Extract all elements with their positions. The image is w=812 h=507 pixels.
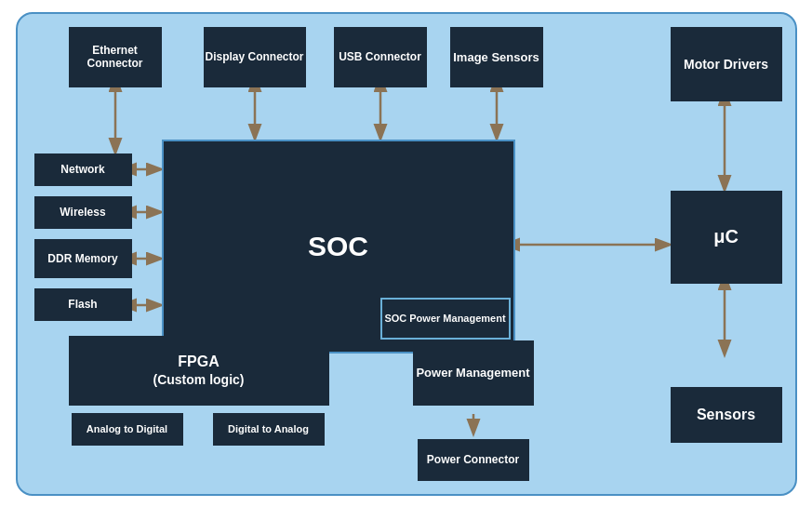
soc-power-mgmt-block: SOC Power Management — [380, 298, 511, 340]
fpga-block: FPGA (Custom logic) — [69, 336, 329, 406]
power-mgmt-block: Power Management — [413, 340, 534, 406]
power-connector-block: Power Connector — [418, 439, 529, 481]
digital-analog-block: Digital to Analog — [213, 413, 325, 446]
network-block: Network — [34, 153, 132, 186]
sensors-block: Sensors — [671, 387, 782, 443]
eth-connector-block: Ethernet Connector — [69, 27, 162, 87]
wireless-block: Wireless — [34, 196, 132, 229]
outer-box: Ethernet Connector Display Connector USB… — [16, 12, 797, 496]
flash-block: Flash — [34, 288, 132, 321]
analog-digital-block: Analog to Digital — [72, 413, 183, 446]
motor-drivers-block: Motor Drivers — [671, 27, 782, 101]
ddr-memory-block: DDR Memory — [34, 239, 132, 278]
image-sensors-block: Image Sensors — [450, 27, 543, 87]
usb-connector-block: USB Connector — [334, 27, 427, 87]
disp-connector-block: Display Connector — [204, 27, 306, 87]
diagram-container: Ethernet Connector Display Connector USB… — [0, 0, 812, 507]
uc-block: μC — [671, 191, 782, 284]
